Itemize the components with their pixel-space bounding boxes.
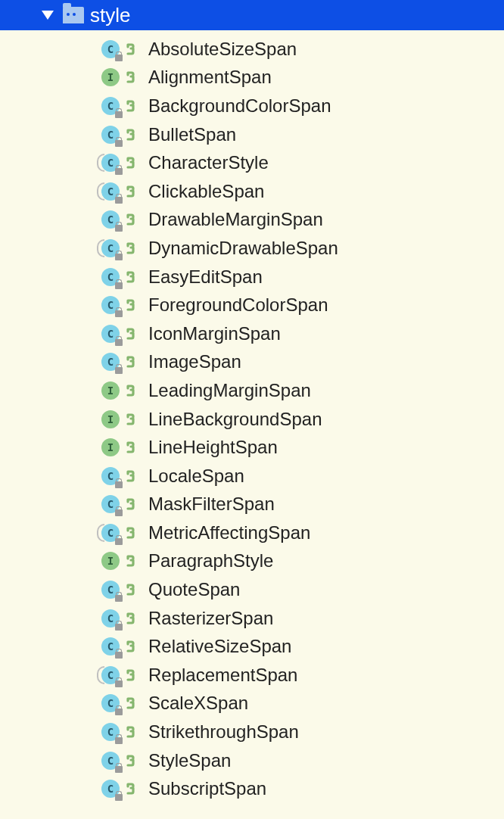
abstract-class-icon: C <box>101 239 120 257</box>
library-link-icon <box>126 385 138 397</box>
library-link-icon <box>126 43 138 55</box>
tree-item[interactable]: ILeadingMarginSpan <box>0 376 504 405</box>
library-link-icon <box>126 100 138 112</box>
class-name-label: MetricAffectingSpan <box>148 522 310 543</box>
class-name-label: ParagraphStyle <box>148 550 273 571</box>
library-link-icon <box>126 640 138 652</box>
class-name-label: LineHeightSpan <box>148 437 278 458</box>
tree-item[interactable]: CReplacementSpan <box>0 661 504 690</box>
library-link-icon <box>126 356 138 368</box>
library-link-icon <box>126 498 138 510</box>
expand-collapse-icon[interactable] <box>42 11 54 20</box>
class-icon: C <box>101 210 120 229</box>
tree-item[interactable]: CForegroundColorSpan <box>0 291 504 319</box>
lock-icon <box>115 680 123 687</box>
lock-icon <box>115 624 123 631</box>
interface-icon: I <box>101 438 120 456</box>
tree-item[interactable]: CQuoteSpan <box>0 575 504 604</box>
lock-icon <box>115 254 123 260</box>
tree-item[interactable]: CBulletSpan <box>0 120 504 149</box>
class-icon: C <box>101 126 120 144</box>
library-link-icon <box>126 129 138 141</box>
tree-item[interactable]: CSubscriptSpan <box>0 774 504 803</box>
tree-item[interactable]: CImageSpan <box>0 348 504 377</box>
tree-item[interactable]: CAbsoluteSizeSpan <box>0 35 504 64</box>
class-icon: C <box>101 40 120 58</box>
class-icon: C <box>101 637 120 656</box>
library-link-icon <box>126 157 138 169</box>
lock-icon <box>115 766 123 773</box>
class-name-label: MaskFilterSpan <box>148 494 275 515</box>
class-name-label: AbsoluteSizeSpan <box>148 39 297 60</box>
class-name-label: IconMarginSpan <box>148 323 281 344</box>
class-icon: C <box>101 780 120 798</box>
class-name-label: QuoteSpan <box>148 579 240 600</box>
lock-icon <box>115 310 123 317</box>
lock-icon <box>115 197 123 204</box>
class-name-label: ForegroundColorSpan <box>148 294 328 316</box>
class-name-label: EasyEditSpan <box>148 266 263 288</box>
lock-icon <box>115 282 123 289</box>
library-link-icon <box>126 612 138 624</box>
tree-item[interactable]: CMetricAffectingSpan <box>0 518 504 547</box>
class-name-label: SubscriptSpan <box>148 778 266 799</box>
tree-item[interactable]: ILineBackgroundSpan <box>0 405 504 434</box>
abstract-class-icon: C <box>101 154 120 172</box>
class-icon: C <box>101 581 120 599</box>
abstract-class-icon: C <box>101 666 120 684</box>
class-name-label: ReplacementSpan <box>148 665 297 686</box>
class-name-label: StyleSpan <box>148 750 231 771</box>
tree-item[interactable]: CStyleSpan <box>0 746 504 775</box>
class-name-label: ScaleXSpan <box>148 693 248 714</box>
tree-item[interactable]: CBackgroundColorSpan <box>0 92 504 120</box>
tree-item[interactable]: CIconMarginSpan <box>0 319 504 348</box>
library-link-icon <box>126 697 138 709</box>
tree-item[interactable]: CDrawableMarginSpan <box>0 206 504 235</box>
tree-item[interactable]: CCharacterStyle <box>0 148 504 177</box>
class-name-label: CharacterStyle <box>148 152 269 173</box>
lock-icon <box>115 225 123 232</box>
lock-icon <box>115 595 123 602</box>
library-link-icon <box>126 470 138 482</box>
class-name-label: LineBackgroundSpan <box>148 409 322 430</box>
tree-item[interactable]: IAlignmentSpan <box>0 64 504 92</box>
package-header[interactable]: style <box>0 0 504 30</box>
interface-icon: I <box>101 381 120 400</box>
tree-item[interactable]: CStrikethroughSpan <box>0 718 504 746</box>
tree-item[interactable]: CRelativeSizeSpan <box>0 632 504 661</box>
class-icon: C <box>101 752 120 770</box>
tree-item[interactable]: CScaleXSpan <box>0 690 504 718</box>
class-name-label: RelativeSizeSpan <box>148 636 291 657</box>
library-link-icon <box>126 669 138 681</box>
class-name-label: ImageSpan <box>148 351 241 372</box>
tree-item[interactable]: IParagraphStyle <box>0 547 504 576</box>
class-name-label: DynamicDrawableSpan <box>148 238 338 259</box>
tree-item[interactable]: CMaskFilterSpan <box>0 490 504 519</box>
tree-item[interactable]: CRasterizerSpan <box>0 604 504 633</box>
class-name-label: BackgroundColorSpan <box>148 95 331 117</box>
lock-icon <box>115 509 123 516</box>
interface-icon: I <box>101 552 120 570</box>
library-link-icon <box>126 726 138 738</box>
library-link-icon <box>126 328 138 340</box>
class-icon: C <box>101 467 120 485</box>
lock-icon <box>115 652 123 659</box>
lock-icon <box>115 111 123 118</box>
class-name-label: DrawableMarginSpan <box>148 209 323 230</box>
tree-item[interactable]: ILineHeightSpan <box>0 433 504 462</box>
class-icon: C <box>101 609 120 627</box>
lock-icon <box>115 538 123 545</box>
library-link-icon <box>126 185 138 198</box>
tree-item[interactable]: CLocaleSpan <box>0 462 504 490</box>
tree-item[interactable]: CEasyEditSpan <box>0 263 504 291</box>
class-name-label: ClickableSpan <box>148 181 264 202</box>
library-link-icon <box>126 242 138 254</box>
lock-icon <box>115 481 123 488</box>
library-link-icon <box>126 584 138 596</box>
class-icon: C <box>101 694 120 712</box>
tree-item[interactable]: CDynamicDrawableSpan <box>0 234 504 263</box>
abstract-class-icon: C <box>101 182 120 201</box>
tree-item[interactable]: CClickableSpan <box>0 177 504 206</box>
lock-icon <box>115 140 123 147</box>
interface-icon: I <box>101 68 120 86</box>
